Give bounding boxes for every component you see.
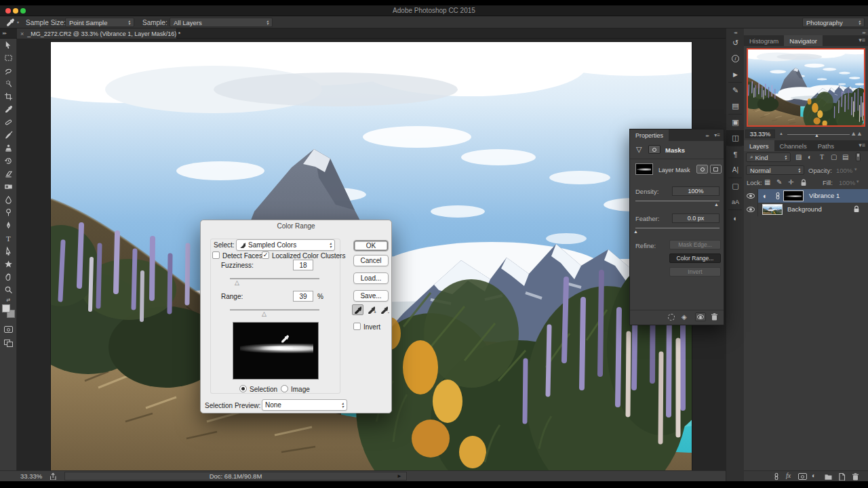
load-button[interactable]: Load... <box>353 272 389 284</box>
tab-paths[interactable]: Paths <box>812 140 840 151</box>
fuzziness-slider[interactable] <box>230 278 319 279</box>
tab-navigator[interactable]: Navigator <box>784 35 823 46</box>
layer-row-background[interactable]: Background <box>744 203 868 216</box>
density-value-field[interactable]: 100% <box>672 186 719 196</box>
zoom-out-mountains-icon[interactable]: ▲ <box>779 131 783 136</box>
image-radio[interactable] <box>281 385 288 392</box>
pixel-mask-button[interactable] <box>648 145 660 154</box>
cancel-button[interactable]: Cancel <box>353 255 389 266</box>
add-layer-mask-icon[interactable] <box>798 473 807 480</box>
new-adjustment-layer-icon[interactable]: ◐ <box>812 472 816 479</box>
sample-eyedropper-button[interactable] <box>352 304 363 315</box>
density-slider[interactable] <box>635 201 719 201</box>
fuzziness-input[interactable]: 18 <box>293 260 313 270</box>
range-slider-thumb[interactable]: △ <box>262 311 267 317</box>
brush-settings-panel-icon[interactable]: ✎ <box>726 83 745 98</box>
feather-value-field[interactable]: 0.0 px <box>672 214 719 223</box>
selection-radio[interactable] <box>239 385 247 392</box>
selection-preview-box[interactable] <box>233 322 319 380</box>
mask-selection-icon[interactable] <box>668 314 675 321</box>
workspace-dropdown[interactable]: Photography ▴▾ <box>802 18 865 27</box>
delete-layer-icon[interactable] <box>851 472 859 481</box>
opacity-dropdown-icon[interactable]: ▾ <box>854 167 857 172</box>
filter-adjustment-layers-icon[interactable]: ◐ <box>808 153 812 161</box>
collapse-dock-icon[interactable]: ▸▸ <box>863 30 865 35</box>
tool-crop[interactable] <box>0 90 17 103</box>
paragraph-panel-icon[interactable]: ¶ <box>726 146 745 162</box>
tool-gradient[interactable] <box>0 180 17 193</box>
properties-tab[interactable]: Properties <box>630 129 669 141</box>
delete-mask-icon[interactable] <box>710 312 718 321</box>
opacity-value[interactable]: 100% <box>836 167 852 174</box>
tool-rectangular-marquee[interactable] <box>0 52 17 64</box>
invert-button[interactable]: Invert <box>669 267 721 277</box>
tool-dodge[interactable] <box>0 206 17 219</box>
expand-panels-icon[interactable]: ◂◂ <box>734 30 736 35</box>
collapse-panel-icon[interactable]: ▸▸ <box>706 133 709 138</box>
tool-brush[interactable] <box>0 129 17 142</box>
link-layers-icon[interactable] <box>772 472 781 481</box>
layer-visibility-toggle[interactable] <box>744 189 758 203</box>
select-dropdown[interactable]: Sampled Colors ▴▾ <box>236 239 335 251</box>
color-range-button[interactable]: Color Range... <box>669 253 721 263</box>
lock-pixels-icon[interactable]: ✎ <box>776 178 782 186</box>
status-zoom-field[interactable]: 33.33% <box>20 472 42 480</box>
eyedropper-tool-icon[interactable] <box>6 18 14 26</box>
feather-slider[interactable] <box>635 228 719 228</box>
zoom-in-mountains-icon[interactable]: ▲▲ <box>850 130 863 137</box>
layer-visibility-toggle[interactable] <box>744 203 758 216</box>
layer-name[interactable]: Vibrance 1 <box>809 192 840 199</box>
layer-row-vibrance[interactable]: ◐ Vibrance 1 <box>744 189 868 203</box>
sample-layers-dropdown[interactable]: All Layers ▴▾ <box>170 18 273 27</box>
tool-history-brush[interactable] <box>0 155 17 167</box>
tool-type[interactable]: T <box>0 232 17 245</box>
subtract-sample-eyedropper-button[interactable]: - <box>378 304 390 315</box>
tab-channels[interactable]: Channels <box>774 140 812 151</box>
detect-faces-checkbox[interactable] <box>212 251 220 259</box>
filter-type-layers-icon[interactable]: T <box>820 153 824 161</box>
doc-info-field[interactable]: Doc: 68.1M/90.8M ► <box>64 472 407 481</box>
status-menu-arrow-icon[interactable]: ► <box>397 473 402 479</box>
tab-layers[interactable]: Layers <box>744 140 774 151</box>
tool-pen[interactable] <box>0 219 17 232</box>
navigator-zoom-thumb[interactable]: ▲ <box>814 133 819 138</box>
quick-mask-button[interactable] <box>0 326 17 333</box>
layers-panel-menu-icon[interactable]: ▾≡ <box>859 142 865 148</box>
range-slider[interactable] <box>230 309 319 310</box>
mask-link-icon[interactable] <box>774 192 782 200</box>
tool-smudge[interactable] <box>0 193 17 206</box>
tool-zoom[interactable] <box>0 283 17 296</box>
document-tab[interactable]: × _MG_2272.CR2 @ 33.3% (Vibrance 1, Laye… <box>17 28 177 39</box>
density-slider-thumb[interactable]: ▲ <box>714 202 719 207</box>
filter-smart-objects-icon[interactable]: ▤ <box>842 153 848 161</box>
save-button[interactable]: Save... <box>353 290 389 302</box>
add-sample-eyedropper-button[interactable]: + <box>366 304 377 315</box>
color-swatches[interactable] <box>2 304 16 319</box>
invert-checkbox[interactable] <box>353 323 361 330</box>
add-vector-mask-button[interactable] <box>710 165 722 174</box>
tool-path-selection[interactable] <box>0 245 17 258</box>
glyphs-panel-icon[interactable]: aA <box>726 194 745 209</box>
apply-mask-icon[interactable]: ◈ <box>682 313 687 321</box>
blend-mode-dropdown[interactable]: Normal▴▾ <box>746 165 804 175</box>
sample-size-dropdown[interactable]: Point Sample ▴▾ <box>65 18 134 27</box>
properties-panel-icon[interactable]: ◫ <box>726 130 745 146</box>
layer-mask-thumbnail[interactable] <box>783 190 804 201</box>
lock-all-icon[interactable] <box>800 178 808 186</box>
tool-clone-stamp[interactable] <box>0 142 17 155</box>
disable-mask-button[interactable] <box>695 312 706 321</box>
ok-button[interactable]: OK <box>353 240 389 251</box>
tool-spot-healing-brush[interactable] <box>0 116 17 129</box>
filter-toggle-switch[interactable] <box>856 152 861 161</box>
mask-edge-button[interactable]: Mask Edge... <box>669 240 721 249</box>
brush-presets-panel-icon[interactable]: ▤ <box>726 98 745 114</box>
toolbar-collapse-icon[interactable]: ▸▸ <box>3 30 6 36</box>
new-group-icon[interactable] <box>824 472 832 481</box>
range-input[interactable]: 39 <box>293 291 313 302</box>
clone-source-panel-icon[interactable]: ▣ <box>726 115 745 130</box>
panel-menu-icon[interactable]: ▾≡ <box>714 132 720 138</box>
selection-preview-dropdown[interactable]: None ▴▾ <box>262 399 347 411</box>
screen-mode-button[interactable] <box>0 340 17 347</box>
foreground-color-swatch[interactable] <box>2 304 10 312</box>
adjustments-panel-icon[interactable]: ◐ <box>726 210 745 226</box>
